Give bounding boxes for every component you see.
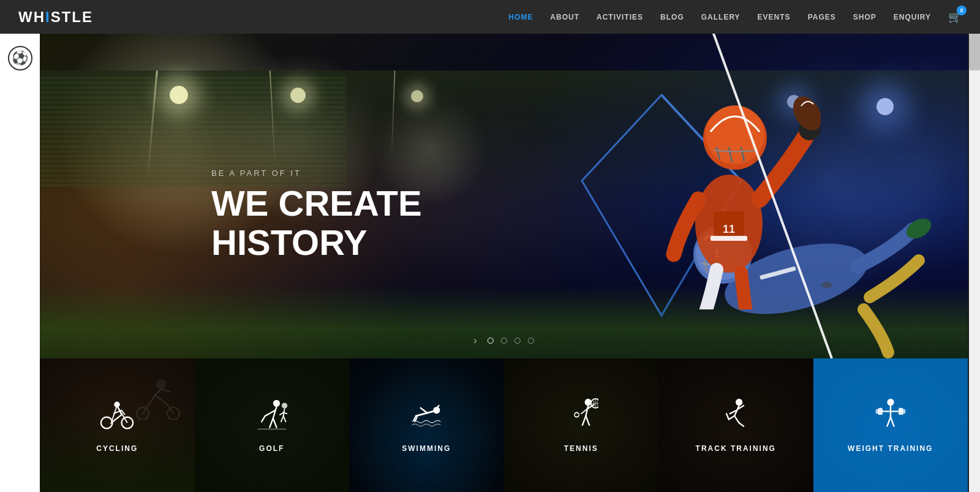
- svg-point-23: [273, 400, 280, 407]
- weight-content: WEIGHT TRAINING: [813, 358, 968, 492]
- nav-shop[interactable]: SHOP: [853, 13, 876, 21]
- logo-highlight: I: [45, 9, 51, 25]
- hero-section: 11 1: [40, 34, 968, 358]
- swimming-content: SWIMMING: [349, 358, 504, 492]
- svg-rect-9: [710, 236, 747, 241]
- slide-dot-4[interactable]: [528, 338, 534, 344]
- weight-label: WEIGHT TRAINING: [848, 444, 933, 453]
- hero-title: WE CREATE HISTORY: [211, 184, 422, 262]
- soccer-ball-icon: ⚽: [8, 46, 32, 70]
- hero-subtitle: BE A PART OF IT: [211, 168, 422, 178]
- golf-content: GOLF: [195, 358, 350, 492]
- sport-cards-section: CYCLING: [40, 358, 968, 492]
- hero-text-block: BE A PART OF IT WE CREATE HISTORY: [211, 168, 422, 262]
- svg-rect-45: [875, 409, 879, 414]
- cycling-content: CYCLING: [40, 358, 195, 492]
- nav-activities[interactable]: ACTIVITIES: [597, 13, 643, 21]
- svg-point-22: [115, 402, 120, 407]
- nav-home[interactable]: HOME: [508, 13, 533, 21]
- cart-button[interactable]: 🛒 0: [948, 10, 962, 24]
- slider-arrow-icon[interactable]: ›: [473, 335, 477, 346]
- nav-pages[interactable]: PAGES: [808, 13, 836, 21]
- nav-gallery[interactable]: GALLERY: [701, 13, 741, 21]
- weight-icon: [873, 398, 908, 437]
- cycling-label: CYCLING: [96, 444, 138, 453]
- scrollbar-area[interactable]: [969, 34, 980, 492]
- nav-events[interactable]: EVENTS: [758, 13, 791, 21]
- svg-text:11: 11: [723, 223, 735, 235]
- sport-card-tennis[interactable]: TENNIS: [504, 358, 659, 492]
- track-content: TRACK TRAINING: [658, 358, 813, 492]
- cart-badge: 0: [957, 6, 967, 15]
- sidebar-left: ⚽: [0, 34, 40, 492]
- main-nav: HOME ABOUT ACTIVITIES BLOG GALLERY EVENT…: [508, 10, 962, 24]
- sport-card-cycling[interactable]: CYCLING: [40, 358, 195, 492]
- svg-rect-47: [902, 409, 905, 414]
- scrollbar-thumb[interactable]: [969, 34, 980, 70]
- sport-card-track[interactable]: TRACK TRAINING: [658, 358, 813, 492]
- svg-point-28: [282, 403, 287, 408]
- nav-about[interactable]: ABOUT: [550, 13, 579, 21]
- golf-label: GOLF: [259, 444, 284, 453]
- nav-blog[interactable]: BLOG: [660, 13, 684, 21]
- svg-line-37: [582, 416, 586, 425]
- svg-line-25: [270, 418, 273, 428]
- tennis-content: TENNIS: [504, 358, 659, 492]
- svg-line-48: [887, 417, 891, 426]
- tennis-icon: [564, 398, 598, 437]
- svg-point-40: [736, 399, 742, 406]
- slide-dot-1[interactable]: [488, 338, 494, 344]
- svg-point-30: [584, 399, 591, 406]
- svg-point-6: [706, 105, 764, 164]
- slide-dot-3[interactable]: [514, 338, 521, 344]
- tennis-label: TENNIS: [564, 444, 598, 453]
- main-header: WHISTLE HOME ABOUT ACTIVITIES BLOG GALLE…: [0, 0, 980, 34]
- svg-line-26: [273, 418, 277, 428]
- nav-enquiry[interactable]: ENQUIRY: [894, 13, 931, 21]
- golf-icon: [255, 398, 289, 437]
- cycling-icon: [100, 398, 134, 437]
- svg-line-38: [586, 416, 589, 425]
- svg-line-31: [586, 406, 588, 416]
- svg-point-41: [887, 399, 894, 406]
- sport-card-golf[interactable]: GOLF: [195, 358, 350, 492]
- svg-line-49: [891, 417, 894, 426]
- slide-dot-2[interactable]: [501, 338, 507, 344]
- swimming-icon: [409, 398, 443, 437]
- track-icon: [718, 398, 753, 437]
- sport-card-swimming[interactable]: SWIMMING: [349, 358, 504, 492]
- slider-dots: ›: [473, 335, 533, 346]
- svg-line-24: [273, 407, 277, 418]
- sport-card-weight[interactable]: WEIGHT TRAINING: [813, 358, 968, 492]
- track-label: TRACK TRAINING: [696, 444, 776, 453]
- site-logo[interactable]: WHISTLE: [18, 9, 93, 26]
- swimming-label: SWIMMING: [402, 444, 451, 453]
